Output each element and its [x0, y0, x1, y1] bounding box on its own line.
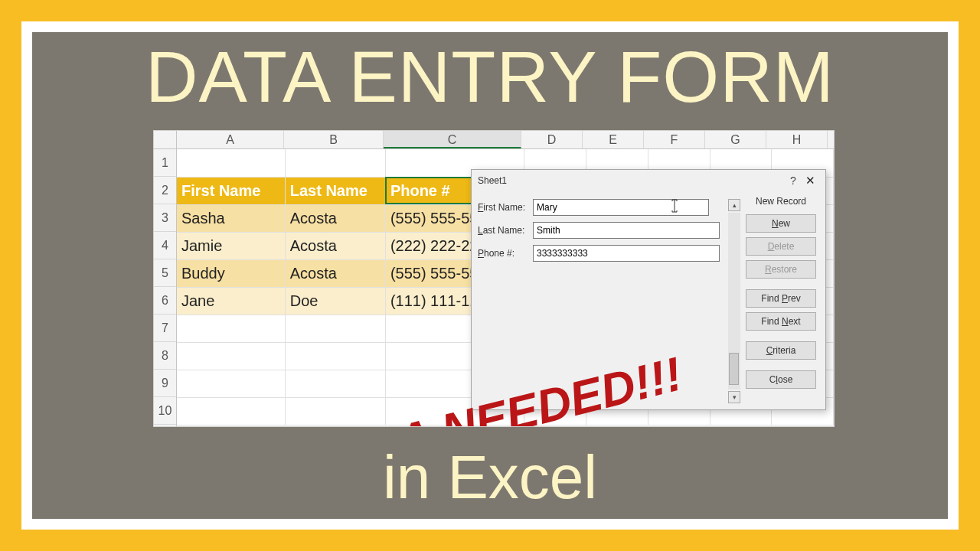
row-header-6[interactable]: 6 [154, 287, 176, 315]
column-header-F[interactable]: F [644, 131, 705, 148]
row-header-7[interactable]: 7 [154, 315, 176, 342]
last-name-input[interactable] [533, 222, 720, 239]
form-scrollbar[interactable]: ▴ ▾ [726, 194, 743, 403]
row-header-5[interactable]: 5 [154, 259, 176, 287]
column-header-B[interactable]: B [284, 131, 384, 148]
cell-A4[interactable]: Jamie [177, 232, 285, 259]
scroll-thumb[interactable] [729, 353, 739, 385]
form-fields: First Name: Last Name: Phone #: [478, 194, 726, 403]
select-all-corner[interactable] [154, 131, 177, 149]
last-name-label: Last Name: [478, 225, 533, 236]
cell-A3[interactable]: Sasha [177, 204, 285, 232]
criteria-button[interactable]: Criteria [746, 341, 816, 360]
cell-A10[interactable] [177, 397, 285, 425]
cell-A9[interactable] [177, 370, 285, 397]
dialog-title-text: Sheet1 [478, 175, 507, 186]
help-icon[interactable]: ? [786, 174, 801, 187]
excel-window: ABCDEFGH 12345678910 First NameLast Name… [153, 130, 835, 427]
close-button[interactable]: Close [746, 370, 816, 389]
cell-B2[interactable]: Last Name [285, 177, 385, 204]
cell-A5[interactable]: Buddy [177, 259, 285, 287]
column-header-C[interactable]: C [384, 131, 521, 148]
cell-A2[interactable]: First Name [177, 177, 285, 204]
phone-input[interactable] [533, 245, 720, 262]
find-prev-button[interactable]: Find Prev [746, 289, 816, 308]
row-header-9[interactable]: 9 [154, 370, 176, 397]
row-headers: 12345678910 [154, 149, 177, 426]
cell-A6[interactable]: Jane [177, 287, 285, 315]
subtitle: in Excel [0, 442, 980, 513]
find-next-button[interactable]: Find Next [746, 312, 816, 331]
cell-A1[interactable] [177, 149, 285, 177]
first-name-label: First Name: [478, 202, 533, 213]
restore-button[interactable]: Restore [746, 260, 816, 279]
record-status: New Record [743, 196, 819, 207]
cell-B1[interactable] [285, 149, 385, 177]
cell-B6[interactable]: Doe [285, 287, 385, 315]
delete-button[interactable]: Delete [746, 237, 816, 256]
row-header-3[interactable]: 3 [154, 204, 176, 232]
column-header-G[interactable]: G [705, 131, 766, 148]
cell-B4[interactable]: Acosta [285, 232, 385, 259]
data-form-dialog: Sheet1 ? ✕ First Name: Last Name: [471, 169, 826, 410]
column-header-D[interactable]: D [521, 131, 583, 148]
cell-A7[interactable] [177, 315, 285, 342]
first-name-input[interactable] [533, 199, 709, 216]
cell-B10[interactable] [285, 397, 385, 425]
row-header-10[interactable]: 10 [154, 397, 176, 425]
close-icon[interactable]: ✕ [801, 174, 819, 187]
row-header-4[interactable]: 4 [154, 232, 176, 259]
scroll-up-icon[interactable]: ▴ [728, 199, 740, 211]
row-header-8[interactable]: 8 [154, 342, 176, 370]
phone-label: Phone #: [478, 248, 533, 259]
main-title: DATA ENTRY FORM [0, 35, 980, 119]
dialog-titlebar[interactable]: Sheet1 ? ✕ [472, 170, 825, 191]
column-header-H[interactable]: H [766, 131, 828, 148]
new-button[interactable]: New [746, 214, 816, 233]
cell-B5[interactable]: Acosta [285, 259, 385, 287]
cell-B8[interactable] [285, 342, 385, 370]
cell-B3[interactable]: Acosta [285, 204, 385, 232]
form-buttons: New Record New Delete Restore Find Prev … [743, 194, 819, 403]
cell-A8[interactable] [177, 342, 285, 370]
column-headers: ABCDEFGH [177, 131, 834, 149]
scroll-down-icon[interactable]: ▾ [728, 391, 740, 403]
column-header-A[interactable]: A [177, 131, 284, 148]
cell-B9[interactable] [285, 370, 385, 397]
row-header-1[interactable]: 1 [154, 149, 176, 177]
row-header-2[interactable]: 2 [154, 177, 176, 204]
column-header-E[interactable]: E [583, 131, 644, 148]
cell-B7[interactable] [285, 315, 385, 342]
scroll-track[interactable] [728, 213, 740, 390]
